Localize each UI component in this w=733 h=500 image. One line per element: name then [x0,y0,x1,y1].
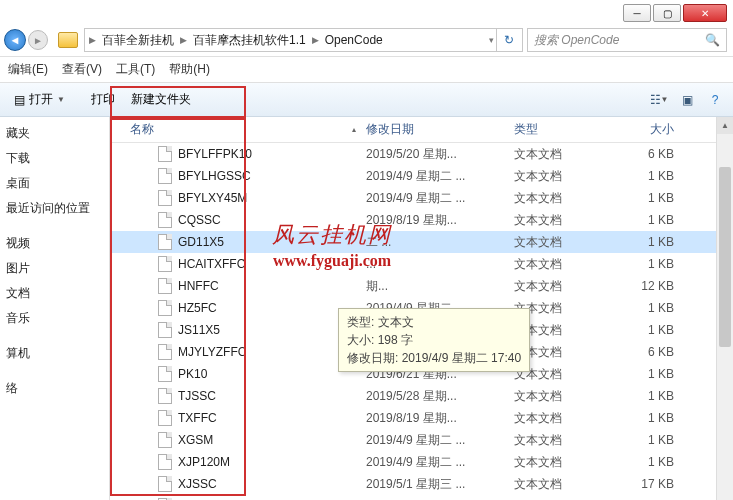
open-label: 打开 [29,91,53,108]
file-date: 2019/5/28 星期... [366,388,514,405]
file-size: 1 KB [614,433,694,447]
sidebar-item[interactable]: 算机 [0,341,109,366]
sidebar-item[interactable]: 文档 [0,281,109,306]
table-row[interactable]: CQSSC2019/8/19 星期...文本文档1 KB [110,209,733,231]
file-size: 12 KB [614,279,694,293]
table-row[interactable]: TXFFC2019/8/19 星期...文本文档1 KB [110,407,733,429]
file-name: XJP120M [178,455,230,469]
nav-back-button[interactable]: ◄ [4,29,26,51]
document-icon: ▤ [14,93,25,107]
file-icon [158,366,172,382]
table-row[interactable]: XGSM2019/4/9 星期二 ...文本文档1 KB [110,429,733,451]
table-row[interactable]: GD11X5二 ...文本文档1 KB [110,231,733,253]
file-size: 1 KB [614,367,694,381]
file-type: 文本文档 [514,454,614,471]
refresh-button[interactable]: ↻ [496,29,520,51]
tooltip-line: 类型: 文本文 [347,313,521,331]
search-input[interactable]: 搜索 OpenCode 🔍 [527,28,727,52]
sidebar-item[interactable]: 桌面 [0,171,109,196]
file-name: HCAITXFFC [178,257,245,271]
table-row[interactable]: XYFTPK102019/5/22 星期...文本文档1 KB [110,495,733,500]
print-button[interactable]: 打印 [91,91,115,108]
file-name: XGSM [178,433,213,447]
file-icon [158,146,172,162]
chevron-down-icon[interactable]: ▾ [487,35,496,45]
file-type: 文本文档 [514,146,614,163]
table-row[interactable]: XJP120M2019/4/9 星期二 ...文本文档1 KB [110,451,733,473]
nav-forward-button[interactable]: ► [28,30,48,50]
file-name: TJSSC [178,389,216,403]
file-date: 2019/8/19 星期... [366,410,514,427]
file-name: HZ5FC [178,301,217,315]
sidebar-item[interactable]: 视频 [0,231,109,256]
file-name: MJYLYZFFC [178,345,246,359]
file-date: 2019/4/9 星期二 ... [366,432,514,449]
file-size: 1 KB [614,411,694,425]
table-row[interactable]: BFYLXY45M2019/4/9 星期二 ...文本文档1 KB [110,187,733,209]
scroll-thumb[interactable] [719,167,731,347]
file-type: 文本文档 [514,234,614,251]
file-name: JS11X5 [178,323,220,337]
open-button[interactable]: ▤ 打开 ▼ [8,89,71,110]
table-row[interactable]: XJSSC2019/5/1 星期三 ...文本文档17 KB [110,473,733,495]
file-date: 二 ... [366,234,514,251]
menu-help[interactable]: 帮助(H) [169,61,210,78]
file-size: 1 KB [614,455,694,469]
file-icon [158,410,172,426]
table-row[interactable]: BFYLHGSSC2019/4/9 星期二 ...文本文档1 KB [110,165,733,187]
sidebar-item[interactable]: 络 [0,376,109,401]
file-type: 文本文档 [514,432,614,449]
file-type: 文本文档 [514,388,614,405]
file-name: TXFFC [178,411,217,425]
chevron-right-icon: ▶ [310,35,321,45]
chevron-right-icon: ▶ [178,35,189,45]
col-name-label: 名称 [130,121,154,138]
sidebar: 藏夹 下载 桌面 最近访问的位置 视频 图片 文档 音乐 算机 络 [0,117,110,500]
file-name: PK10 [178,367,207,381]
new-folder-button[interactable]: 新建文件夹 [131,91,191,108]
table-row[interactable]: HNFFC期...文本文档12 KB [110,275,733,297]
sidebar-item[interactable]: 图片 [0,256,109,281]
tooltip: 类型: 文本文 大小: 198 字 修改日期: 2019/4/9 星期二 17:… [338,308,530,372]
preview-pane-button[interactable]: ▣ [677,92,697,108]
file-icon [158,432,172,448]
menu-edit[interactable]: 编辑(E) [8,61,48,78]
column-header-name[interactable]: 名称 ▴ [118,121,366,138]
file-size: 1 KB [614,235,694,249]
file-type: 文本文档 [514,410,614,427]
file-size: 1 KB [614,389,694,403]
file-name: CQSSC [178,213,221,227]
menu-tools[interactable]: 工具(T) [116,61,155,78]
breadcrumb-seg[interactable]: 百菲摩杰挂机软件1.1 [189,32,310,49]
file-icon [158,278,172,294]
menu-view[interactable]: 查看(V) [62,61,102,78]
help-button[interactable]: ? [705,92,725,108]
table-row[interactable]: HCAITXFFC...文本文档1 KB [110,253,733,275]
sidebar-item[interactable]: 藏夹 [0,121,109,146]
column-header-size[interactable]: 大小 [614,121,694,138]
scroll-up-button[interactable]: ▲ [717,117,733,134]
maximize-button[interactable]: ▢ [653,4,681,22]
sidebar-item[interactable]: 最近访问的位置 [0,196,109,221]
minimize-button[interactable]: ─ [623,4,651,22]
sidebar-item[interactable]: 下载 [0,146,109,171]
file-size: 17 KB [614,477,694,491]
file-size: 1 KB [614,191,694,205]
scrollbar[interactable]: ▲ ▼ [716,117,733,500]
file-date: ... [366,257,514,271]
view-options-button[interactable]: ☷ ▼ [649,92,669,108]
table-row[interactable]: TJSSC2019/5/28 星期...文本文档1 KB [110,385,733,407]
breadcrumb-seg[interactable]: OpenCode [321,33,387,47]
sidebar-item[interactable]: 音乐 [0,306,109,331]
file-date: 2019/4/9 星期二 ... [366,454,514,471]
breadcrumb[interactable]: ▶ 百菲全新挂机 ▶ 百菲摩杰挂机软件1.1 ▶ OpenCode ▾ ↻ [84,28,523,52]
file-type: 文本文档 [514,212,614,229]
breadcrumb-seg[interactable]: 百菲全新挂机 [98,32,178,49]
close-button[interactable]: ✕ [683,4,727,22]
file-date: 期... [366,278,514,295]
column-header-date[interactable]: 修改日期 [366,121,514,138]
table-row[interactable]: BFYLFFPK102019/5/20 星期...文本文档6 KB [110,143,733,165]
file-name: BFYLHGSSC [178,169,251,183]
column-header-type[interactable]: 类型 [514,121,614,138]
file-icon [158,322,172,338]
